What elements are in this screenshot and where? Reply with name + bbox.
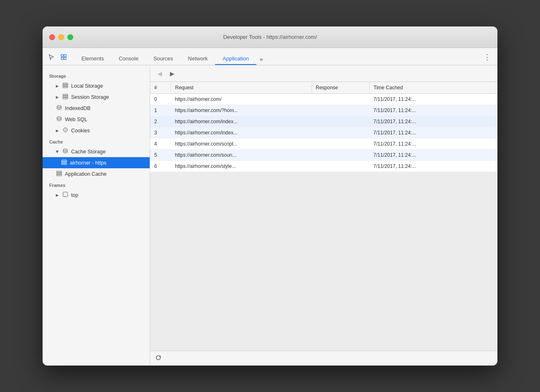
tab-sources[interactable]: Sources [146,53,181,65]
web-sql-icon [56,116,62,123]
svg-rect-19 [62,162,67,163]
titlebar: Developer Tools - https://airhorner.com/ [43,26,497,48]
table-row[interactable]: 2 https://airhorner.com/index... 7/11/20… [150,116,497,127]
cache-item-label: airhorner - https [70,160,106,166]
svg-point-13 [64,129,65,130]
window-title: Developer Tools - https://airhorner.com/ [223,34,317,40]
tab-network[interactable]: Network [181,53,215,65]
arrow-right-icon4: ▶ [56,193,59,197]
cell-num: 3 [150,127,171,139]
session-storage-label: Session Storage [71,94,109,100]
col-time: Time Cached [369,82,497,94]
table-body: 0 https://airhorner.com/ 7/11/2017, 11:2… [150,94,497,172]
svg-rect-18 [62,160,67,161]
local-storage-icon [62,82,69,89]
cell-response [311,150,369,161]
sidebar-item-session-storage[interactable]: ▶ Session Storage [43,91,150,103]
frame-icon [62,191,69,198]
cell-time: 7/11/2017, 11:24:... [369,139,497,150]
app-cache-icon [56,170,62,177]
sidebar-item-local-storage[interactable]: ▶ Local Storage [43,80,150,91]
svg-point-15 [65,130,65,131]
svg-rect-23 [57,174,62,176]
svg-rect-21 [57,171,62,172]
cell-response [311,161,369,172]
svg-rect-20 [62,163,67,165]
cell-request: https://airhorner.com/index... [171,116,311,127]
cell-request: https://airhorner.com/soun... [171,150,311,161]
svg-rect-22 [57,173,62,174]
cursor-icon[interactable] [46,52,57,62]
minimize-button[interactable] [58,34,64,40]
sidebar-item-top[interactable]: ▶ top [43,189,150,201]
table-row[interactable]: 0 https://airhorner.com/ 7/11/2017, 11:2… [150,94,497,105]
svg-rect-1 [64,55,66,57]
tab-console[interactable]: Console [111,53,146,65]
table-row[interactable]: 1 https://airhorner.com/?hom... 7/11/201… [150,105,497,116]
cell-time: 7/11/2017, 11:24:... [369,105,497,116]
cell-response [311,127,369,139]
table-row[interactable]: 6 https://airhorner.com/style... 7/11/20… [150,161,497,172]
cache-section-label: Cache [43,136,150,146]
cell-num: 6 [150,161,171,172]
nav-bar: ◀ ▶ [150,65,497,82]
cell-num: 1 [150,105,171,116]
maximize-button[interactable] [67,34,73,40]
sidebar-item-web-sql[interactable]: Web SQL [43,114,150,125]
cell-request: https://airhorner.com/style... [171,161,311,172]
sidebar-item-indexeddb[interactable]: IndexedDB [43,103,150,114]
arrow-down-icon: ▶ [55,150,60,153]
cell-request: https://airhorner.com/?hom... [171,105,311,116]
cell-response [311,94,369,105]
svg-rect-6 [63,86,68,88]
back-button[interactable]: ◀ [155,69,164,78]
sidebar-item-cache-storage[interactable]: ▶ Cache Storage [43,146,150,157]
svg-point-12 [63,128,67,132]
cell-response [311,116,369,127]
svg-rect-9 [63,98,68,99]
menu-dots-icon[interactable]: ⋮ [480,51,494,65]
col-request: Request [171,82,311,94]
cell-request: https://airhorner.com/ [171,94,311,105]
sidebar-item-application-cache[interactable]: Application Cache [43,168,150,179]
main-content: Storage ▶ Local Storage ▶ [43,65,497,366]
indexeddb-icon [56,105,62,112]
session-storage-icon [62,93,69,100]
cell-time: 7/11/2017, 11:24:... [369,94,497,105]
svg-point-11 [57,117,61,118]
application-cache-label: Application Cache [65,171,107,177]
cell-num: 5 [150,150,171,161]
web-sql-label: Web SQL [65,117,87,122]
cell-num: 2 [150,116,171,127]
cell-request: https://airhorner.com/index... [171,127,311,139]
traffic-lights [49,34,73,40]
bottom-bar [150,351,497,366]
forward-button[interactable]: ▶ [167,69,177,78]
svg-rect-5 [63,85,68,86]
table-row[interactable]: 5 https://airhorner.com/soun... 7/11/201… [150,150,497,161]
col-num: # [150,82,171,94]
cell-response [311,139,369,150]
table-row[interactable]: 3 https://airhorner.com/index... 7/11/20… [150,127,497,139]
cache-item-icon [61,159,67,166]
arrow-right-icon3: ▶ [56,129,59,133]
sidebar-item-cookies[interactable]: ▶ Cookies [43,125,150,136]
tab-application[interactable]: Application [215,53,256,65]
svg-point-10 [57,105,61,107]
close-button[interactable] [49,34,55,40]
table-header-row: # Request Response Time Cached [150,82,497,94]
svg-point-16 [66,130,67,131]
toolbar-icons [46,52,69,65]
refresh-icon[interactable] [155,354,162,362]
cache-table: # Request Response Time Cached 0 https:/… [150,82,497,351]
svg-rect-4 [63,83,68,84]
cell-response [311,105,369,116]
cache-storage-label: Cache Storage [71,149,105,155]
col-response: Response [311,82,369,94]
tab-more[interactable]: » [256,53,266,65]
tab-elements[interactable]: Elements [74,53,111,65]
content-area: ◀ ▶ # Request Response Time Cached [150,65,497,366]
sidebar-item-airhorner[interactable]: airhorner - https [43,157,150,168]
inspect-icon[interactable] [58,52,69,62]
table-row[interactable]: 4 https://airhorner.com/script... 7/11/2… [150,139,497,150]
